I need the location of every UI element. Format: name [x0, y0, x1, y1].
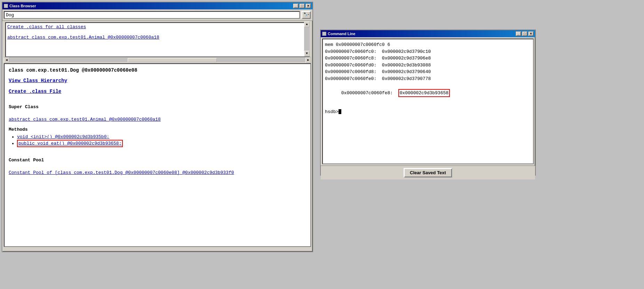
class-browser-title: Class Browser	[9, 4, 36, 8]
scroll-down-button[interactable]: ▼	[304, 51, 310, 56]
constant-pool-heading: Constant Pool	[9, 158, 306, 163]
close-button[interactable]: ✕	[305, 3, 311, 8]
cmd-address-label: 0x00000007c0060fe8:	[341, 90, 393, 96]
cmd-line-0: mem 0x00000007c0060fc0 6	[325, 41, 531, 48]
animal-class-link[interactable]: abstract class com.exp.test01.Animal @0x…	[7, 35, 296, 40]
scroll-right-button[interactable]: ▶	[305, 57, 311, 63]
cmd-line-5: 0x00000007c0060fe0: 0x000002c9d3790778	[325, 75, 531, 82]
browser-content-area: Create .class for all classes abstract c…	[2, 21, 312, 248]
binoculars-icon: 🔭	[303, 12, 309, 18]
cmd-title: Command Line	[328, 32, 355, 36]
cmd-line-1: 0x00000007c0060fc0: 0x000002c9d3790c10	[325, 48, 531, 55]
search-bar: 🔭	[2, 9, 312, 21]
scroll-left-button[interactable]: ◀	[4, 57, 9, 63]
restore-button[interactable]: □	[299, 3, 305, 8]
titlebar-left: Class Browser	[4, 4, 36, 8]
cmd-line-2: 0x00000007c0060fc8: 0x000002c9d37906e8	[325, 55, 531, 62]
cmd-restore-button[interactable]: □	[522, 31, 527, 36]
cmd-close-button[interactable]: ✕	[528, 31, 534, 36]
h-scroll-track	[9, 58, 305, 62]
cmd-prompt: hsdb>	[325, 109, 339, 114]
cmd-titlebar-controls: _ □ ✕	[516, 31, 534, 36]
method-item-0: void <init>() @0x000002c9d3b935b0;	[17, 134, 306, 139]
cmd-content: mem 0x00000007c0060fc0 6 0x00000007c0060…	[322, 39, 534, 164]
scroll-track	[304, 27, 310, 51]
cmd-line-3: 0x00000007c0060fd0: 0x000002c9d3b93088	[325, 62, 531, 69]
window-icon	[4, 4, 8, 8]
clear-saved-text-button[interactable]: Clear Saved Text	[404, 168, 452, 178]
class-list-area: Create .class for all classes abstract c…	[5, 22, 310, 57]
cmd-footer: Clear Saved Text	[321, 166, 535, 179]
cursor	[339, 109, 341, 114]
super-class-link[interactable]: abstract class com.exp.test01.Animal @0x…	[9, 117, 161, 122]
create-class-link[interactable]: Create .class File	[9, 89, 61, 94]
cmd-minimize-button[interactable]: _	[516, 31, 521, 36]
class-list-content: Create .class for all classes abstract c…	[6, 23, 303, 41]
horizontal-scrollbar: ◀ ▶	[4, 57, 311, 63]
command-line-window: Command Line _ □ ✕ mem 0x00000007c0060fc…	[320, 30, 536, 176]
scroll-up-button[interactable]: ▲	[304, 22, 310, 27]
cmd-line-4: 0x00000007c0060fd8: 0x000002c9d3790640	[325, 69, 531, 75]
class-browser-window: Class Browser _ □ ✕ 🔭 Create .class for …	[2, 2, 313, 252]
h-scroll-thumb[interactable]	[128, 58, 216, 62]
cmd-prompt-line: hsdb>	[325, 109, 531, 114]
cmd-titlebar-left: Command Line	[322, 32, 355, 36]
create-all-classes-link[interactable]: Create .class for all classes	[7, 24, 296, 30]
titlebar-controls: _ □ ✕	[293, 3, 311, 8]
search-button[interactable]: 🔭	[301, 11, 311, 19]
methods-heading: Methods	[9, 127, 306, 132]
cmd-line-6: 0x00000007c0060fe8: 0x000002c9d3b93658	[325, 82, 531, 104]
cmd-highlighted-value: 0x000002c9d3b93658	[398, 89, 450, 97]
class-list-container: Create .class for all classes abstract c…	[4, 22, 311, 56]
view-hierarchy-link[interactable]: View Class Hierarchy	[9, 78, 67, 83]
class-title: class com.exp.test01.Dog @0x00000007c006…	[9, 67, 306, 73]
method-item-1: public void eat() @0x000002c9d3b93658;	[17, 141, 306, 146]
methods-list: void <init>() @0x000002c9d3b935b0; publi…	[9, 134, 306, 146]
minimize-button[interactable]: _	[293, 3, 299, 8]
super-class-heading: Super Class	[9, 104, 306, 110]
class-browser-titlebar: Class Browser _ □ ✕	[2, 2, 312, 9]
class-detail-area: class com.exp.test01.Dog @0x00000007c006…	[4, 63, 311, 247]
vertical-scrollbar: ▲ ▼	[304, 22, 310, 56]
cmd-titlebar: Command Line _ □ ✕	[321, 30, 535, 37]
search-input[interactable]	[4, 11, 300, 19]
constant-pool-link[interactable]: Constant Pool of [class com.exp.test01.D…	[9, 170, 234, 175]
method-link-1[interactable]: public void eat() @0x000002c9d3b93658;	[17, 140, 123, 147]
cmd-window-icon	[322, 32, 326, 36]
method-link-0[interactable]: void <init>() @0x000002c9d3b935b0;	[17, 134, 109, 139]
